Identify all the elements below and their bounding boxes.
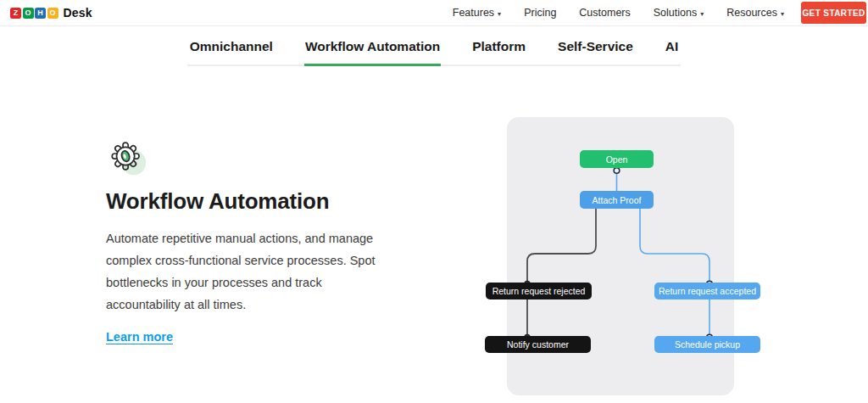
logo-letter: H <box>35 8 46 19</box>
nav-item-label: Resources <box>726 7 777 19</box>
page-title: Workflow Automation <box>106 188 394 215</box>
nav-item-resources[interactable]: Resources ▾ <box>726 7 784 19</box>
logo-letter: O <box>47 8 58 19</box>
get-started-button[interactable]: GET STARTED <box>801 2 866 24</box>
nav-item-pricing[interactable]: Pricing <box>524 7 556 19</box>
tab-ai[interactable]: AI <box>665 34 680 66</box>
nav-item-label: Solutions <box>654 7 697 19</box>
top-header: Z O H O Desk Features ▾ Pricing Customer… <box>0 0 868 26</box>
tab-platform[interactable]: Platform <box>471 34 526 66</box>
zoho-desk-logo[interactable]: Z O H O Desk <box>10 6 92 20</box>
chevron-down-icon: ▾ <box>781 10 784 18</box>
node-return-request-rejected: Return request rejected <box>486 283 592 299</box>
tab-omnichannel[interactable]: Omnichannel <box>189 34 274 66</box>
nav-item-customers[interactable]: Customers <box>579 7 630 19</box>
feature-tabs: Omnichannel Workflow Automation Platform… <box>187 34 682 66</box>
logo-letter: O <box>23 8 34 19</box>
learn-more-link[interactable]: Learn more <box>106 330 173 344</box>
connector-dot <box>614 168 620 174</box>
chevron-down-icon: ▾ <box>700 10 704 18</box>
tab-self-service[interactable]: Self-Service <box>557 34 634 66</box>
edge-attach-rejected <box>527 209 596 283</box>
zoho-logo-icon: Z O H O <box>10 8 58 19</box>
node-open: Open <box>580 150 654 168</box>
node-schedule-pickup: Schedule pickup <box>654 336 760 353</box>
nav-item-label: Customers <box>579 7 630 19</box>
feature-section: Workflow Automation Automate repetitive … <box>106 136 394 344</box>
feature-tabs-bar: Omnichannel Workflow Automation Platform… <box>0 34 868 66</box>
tab-workflow-automation[interactable]: Workflow Automation <box>304 34 441 66</box>
chevron-down-icon: ▾ <box>498 10 501 18</box>
edge-attach-accepted <box>640 209 709 283</box>
node-attach-proof: Attach Proof <box>580 191 654 209</box>
nav-item-solutions[interactable]: Solutions ▾ <box>654 7 704 19</box>
nav-item-label: Pricing <box>524 7 556 19</box>
product-name: Desk <box>64 6 92 20</box>
top-nav: Features ▾ Pricing Customers Solutions ▾… <box>453 7 784 19</box>
nav-item-label: Features <box>453 7 494 19</box>
node-return-request-accepted: Return request accepted <box>654 283 760 299</box>
workflow-diagram: Open Attach Proof Return request rejecte… <box>475 110 771 403</box>
node-notify-customer: Notify customer <box>485 336 591 353</box>
logo-letter: Z <box>10 8 21 19</box>
gear-icon <box>106 136 150 180</box>
nav-item-features[interactable]: Features ▾ <box>453 7 501 19</box>
feature-description: Automate repetitive manual actions, and … <box>106 227 391 316</box>
